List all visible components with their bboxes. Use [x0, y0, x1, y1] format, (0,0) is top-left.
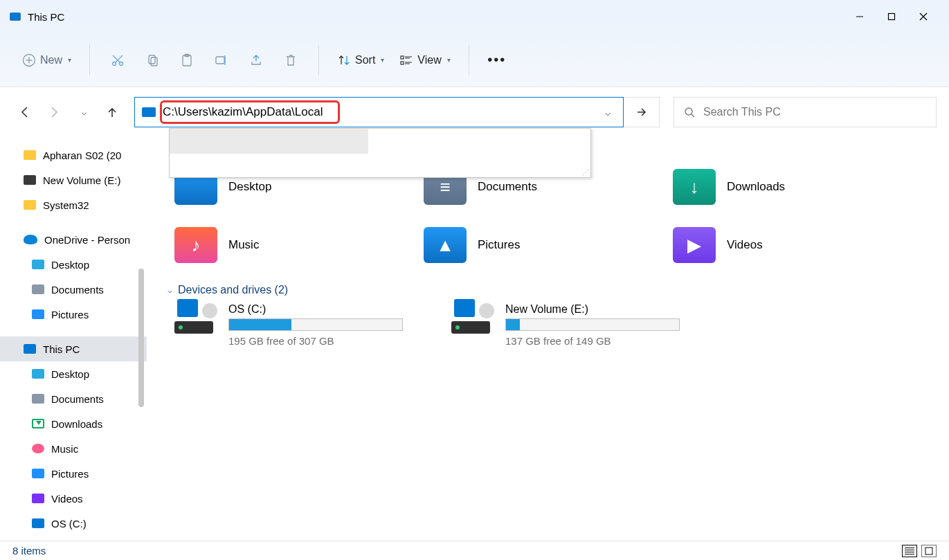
rename-button[interactable]	[206, 46, 237, 74]
drive-tile-new-volume[interactable]: New Volume (E:) 137 GB free of 149 GB	[451, 303, 687, 347]
scrollbar-thumb[interactable]	[138, 269, 144, 407]
minimize-button[interactable]	[844, 6, 876, 28]
pc-icon	[24, 344, 36, 354]
chevron-down-icon: ⌵	[82, 107, 87, 117]
svg-point-8	[120, 62, 123, 65]
paste-button[interactable]	[172, 46, 202, 74]
rename-icon	[215, 53, 228, 67]
address-input[interactable]	[163, 98, 593, 127]
svg-rect-11	[149, 55, 155, 64]
toolbar: New ▾ Sort ▾ View ▾ •••	[0, 33, 949, 87]
svg-rect-12	[151, 57, 157, 66]
copy-icon	[145, 53, 159, 67]
drive-name: OS (C:)	[228, 303, 410, 316]
pc-icon	[142, 107, 156, 117]
go-button[interactable]	[624, 97, 660, 127]
tree-item[interactable]: Pictures	[0, 461, 147, 486]
details-view-button[interactable]	[902, 545, 917, 557]
separator	[318, 45, 319, 75]
delete-button[interactable]	[275, 46, 306, 74]
scrollbar[interactable]	[137, 241, 145, 476]
more-button[interactable]: •••	[482, 46, 512, 74]
folders-section: Desktop ≡Documents ↓Downloads ♪Music ▲Pi…	[174, 165, 935, 267]
autocomplete-item[interactable]	[170, 129, 368, 154]
separator	[469, 45, 469, 75]
tree-item[interactable]: Pictures	[0, 302, 147, 327]
back-button[interactable]	[12, 100, 37, 125]
cut-button[interactable]	[102, 46, 133, 74]
recent-button[interactable]: ⌵	[71, 100, 96, 125]
tree-item[interactable]: Documents	[0, 386, 147, 411]
folder-tile-music[interactable]: ♪Music	[174, 223, 396, 267]
tree-label: Downloads	[51, 418, 102, 430]
tree-item-onedrive[interactable]: OneDrive - Person	[0, 227, 147, 252]
tree-item[interactable]: System32	[0, 192, 147, 217]
tree-item[interactable]: Documents	[0, 277, 147, 302]
search-input[interactable]	[703, 106, 926, 118]
tree-item[interactable]: Music	[0, 436, 147, 461]
copy-button[interactable]	[137, 46, 168, 74]
share-button[interactable]	[241, 46, 271, 74]
forward-button[interactable]	[42, 100, 66, 125]
svg-rect-20	[401, 62, 404, 64]
close-button[interactable]	[907, 6, 939, 28]
drive-icon	[451, 303, 494, 334]
music-icon	[32, 444, 44, 453]
folder-tile-pictures[interactable]: ▲Pictures	[424, 223, 645, 267]
tree-item[interactable]: Apharan S02 (20	[0, 143, 147, 168]
up-button[interactable]	[100, 100, 125, 125]
tree-item[interactable]: Desktop	[0, 252, 147, 277]
sort-button[interactable]: Sort ▾	[332, 46, 390, 74]
tree-item[interactable]: Videos	[0, 486, 147, 511]
pc-icon	[10, 12, 21, 21]
content-pane: Desktop ≡Documents ↓Downloads ♪Music ▲Pi…	[147, 130, 949, 541]
folder-tile-downloads[interactable]: ↓Downloads	[673, 165, 894, 209]
folder-tile-videos[interactable]: ▶Videos	[673, 223, 894, 267]
search-box[interactable]	[674, 97, 937, 127]
tree-label: Documents	[51, 393, 104, 405]
address-autocomplete[interactable]: ⋰	[169, 128, 591, 178]
folder-name: Desktop	[228, 180, 271, 194]
downloads-icon: ↓	[673, 169, 716, 205]
drive-tile-os[interactable]: OS (C:) 195 GB free of 307 GB	[174, 303, 410, 347]
new-label: New	[40, 54, 62, 66]
svg-rect-15	[216, 57, 224, 64]
resize-grip-icon[interactable]: ⋰	[582, 168, 589, 176]
tree-item[interactable]: OS (C:)	[0, 511, 147, 536]
clipboard-icon	[180, 53, 194, 67]
desktop-icon	[32, 260, 44, 269]
pictures-icon: ▲	[424, 227, 467, 263]
folder-icon	[24, 150, 36, 160]
view-icon	[399, 53, 413, 67]
address-bar[interactable]: ⌵	[134, 97, 624, 127]
address-history-button[interactable]: ⌵	[593, 97, 623, 127]
folder-name: Videos	[727, 238, 763, 252]
tree-label: Pictures	[51, 309, 89, 320]
drive-icon	[24, 175, 36, 185]
new-button[interactable]: New ▾	[17, 46, 77, 74]
maximize-button[interactable]	[876, 6, 907, 28]
main-area: Apharan S02 (20 New Volume (E:) System32…	[0, 130, 949, 541]
large-icons-view-button[interactable]	[921, 545, 937, 557]
svg-rect-13	[183, 55, 191, 66]
drive-name: New Volume (E:)	[505, 303, 687, 316]
tree-label: Pictures	[51, 468, 89, 480]
downloads-icon	[32, 419, 44, 428]
desktop-icon	[32, 369, 44, 379]
tree-label: OS (C:)	[51, 518, 87, 530]
tree-item[interactable]: Desktop	[0, 361, 147, 386]
separator	[89, 45, 90, 75]
sort-icon	[337, 53, 351, 67]
chevron-down-icon: ⌵	[605, 107, 611, 118]
drive-free-text: 195 GB free of 307 GB	[228, 335, 410, 347]
tree-item[interactable]: Downloads	[0, 411, 147, 436]
svg-point-7	[113, 62, 116, 65]
tree-item[interactable]: New Volume (E:)	[0, 168, 147, 192]
devices-header[interactable]: ⌵ Devices and drives (2)	[168, 284, 935, 296]
view-button[interactable]: View ▾	[394, 46, 455, 74]
tree-label: Music	[51, 443, 78, 455]
capacity-bar	[505, 318, 680, 331]
tree-label: New Volume (E:)	[43, 174, 121, 186]
documents-icon	[32, 284, 44, 294]
tree-item-this-pc[interactable]: This PC	[0, 336, 147, 361]
